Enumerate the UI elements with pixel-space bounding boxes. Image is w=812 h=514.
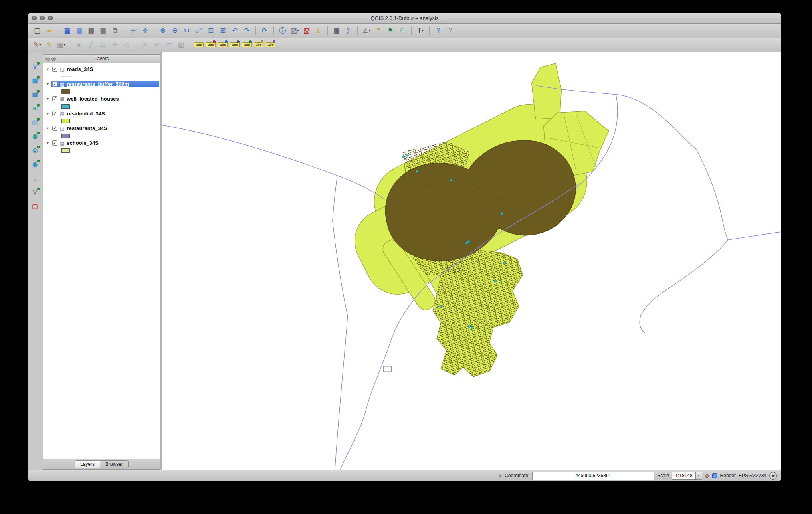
add-wcs-layer-icon[interactable]: ◎ xyxy=(30,145,40,155)
add-wfs-layer-icon[interactable]: ◉ xyxy=(30,159,40,169)
add-raster-layer-icon[interactable]: ▦ xyxy=(30,75,40,85)
map-tips-icon[interactable]: ❝ xyxy=(373,25,384,36)
crs-status-button[interactable]: ⊕ xyxy=(769,472,777,480)
deselect-features-icon[interactable]: ▧ xyxy=(301,25,312,36)
close-button[interactable] xyxy=(32,16,37,20)
stop-rendering-icon[interactable]: ⊘ xyxy=(705,473,709,479)
field-calculator-icon[interactable]: ∑ xyxy=(343,25,354,36)
layer-row-roads_34S[interactable]: ▼✓▤roads_34S xyxy=(43,65,160,73)
add-postgis-layer-icon[interactable]: ▩ xyxy=(30,89,40,99)
add-delimited-text-layer-icon[interactable]: , xyxy=(30,173,40,183)
save-project-icon[interactable]: ▣ xyxy=(61,25,73,36)
select-features-icon[interactable]: ▧▾ xyxy=(289,25,300,36)
layer-visibility-checkbox[interactable]: ✓ xyxy=(52,67,57,72)
layer-row-body[interactable]: ✓▤roads_34S xyxy=(51,66,159,73)
show-bookmarks-icon[interactable]: ⚐ xyxy=(397,25,408,36)
zoom-last-icon[interactable]: ↶ xyxy=(229,25,240,36)
save-project-as-icon[interactable]: ▣ xyxy=(73,25,85,36)
composer-manager-icon[interactable]: ⧉ xyxy=(109,25,121,36)
layer-row-body[interactable]: ✓▤residential_34S xyxy=(51,110,159,117)
label-properties-icon[interactable]: abc xyxy=(265,40,276,51)
capture-line-icon[interactable]: ╱ xyxy=(85,40,97,51)
layer-row-well_located_houses[interactable]: ▼✓▤well_located_houses xyxy=(43,95,160,103)
layer-visibility-checkbox[interactable]: ✓ xyxy=(52,96,57,101)
whats-this-icon[interactable]: ? xyxy=(445,25,456,36)
node-tool-icon[interactable]: ◇ xyxy=(121,40,133,51)
layer-expander-icon[interactable]: ▼ xyxy=(46,97,51,101)
capture-polygon-icon[interactable]: ▱ xyxy=(97,40,109,51)
delete-selected-icon[interactable]: ✕ xyxy=(139,40,151,51)
coordinate-input[interactable] xyxy=(532,472,654,480)
new-spatialite-layer-icon[interactable]: ▢ xyxy=(30,201,40,211)
toggle-editing-icon[interactable]: ✎ xyxy=(44,40,55,51)
label-move-icon[interactable]: abc xyxy=(229,40,240,51)
panel-float-icon[interactable]: ◻ xyxy=(51,57,56,61)
layer-visibility-checkbox[interactable]: ✓ xyxy=(52,81,57,87)
measure-icon[interactable]: ∡▾ xyxy=(361,25,372,36)
layer-row-body[interactable]: ✓▤restaurants_34S xyxy=(51,125,159,132)
add-spatialite-layer-icon[interactable]: ❧ xyxy=(30,103,40,113)
new-bookmark-icon[interactable]: ⚑ xyxy=(385,25,396,36)
zoom-native-icon[interactable]: 1:1 xyxy=(181,25,192,36)
text-annotation-icon[interactable]: T▾ xyxy=(415,25,426,36)
layer-row-schools_34S[interactable]: ▼✓▤schools_34S xyxy=(43,139,160,147)
zoom-button[interactable] xyxy=(48,16,53,20)
label-pin-unpin-icon[interactable]: abc xyxy=(205,40,216,51)
layer-row-body[interactable]: ✓▤restaurants_buffer_500m xyxy=(51,81,159,87)
save-as-image-icon[interactable]: ▦ xyxy=(85,25,97,36)
new-shapefile-layer-icon[interactable]: V xyxy=(30,187,40,197)
labeling-options-icon[interactable]: abc xyxy=(193,40,204,51)
layer-visibility-checkbox[interactable]: ✓ xyxy=(52,126,57,131)
minimize-button[interactable] xyxy=(40,16,45,20)
panel-tab-layers[interactable]: Layers xyxy=(75,460,100,468)
layer-visibility-checkbox[interactable]: ✓ xyxy=(52,111,57,116)
panel-close-icon[interactable]: ✕ xyxy=(45,57,50,61)
new-project-icon[interactable]: ▢ xyxy=(32,25,43,36)
zoom-next-icon[interactable]: ↷ xyxy=(241,25,252,36)
pan-map-icon[interactable]: ✛ xyxy=(127,25,139,36)
capture-point-icon[interactable]: ● xyxy=(73,40,85,51)
layer-row-residential_34S[interactable]: ▼✓▤residential_34S xyxy=(43,109,160,118)
identify-features-icon[interactable]: ⓘ xyxy=(277,25,288,36)
add-mssql-layer-icon[interactable]: ◫ xyxy=(30,117,40,127)
zoom-to-layer-icon[interactable]: ⊞ xyxy=(217,25,228,36)
layers-panel-header[interactable]: ✕ ◻ Layers xyxy=(43,55,160,63)
paste-features-icon[interactable]: ▥ xyxy=(175,40,186,51)
map-svg[interactable] xyxy=(162,52,781,470)
zoom-to-selection-icon[interactable]: ⊡ xyxy=(205,25,216,36)
extents-icon[interactable]: ⌖ xyxy=(499,472,502,479)
layer-row-body[interactable]: ✓▤well_located_houses xyxy=(51,95,159,102)
map-refresh-icon[interactable]: ⟳ xyxy=(259,25,270,36)
layer-expander-icon[interactable]: ▼ xyxy=(46,67,51,71)
label-show-hide-icon[interactable]: abc xyxy=(217,40,228,51)
current-edits-icon[interactable]: ✎▾ xyxy=(32,40,43,51)
scale-combo[interactable]: 1:18148 ▾ xyxy=(672,472,702,480)
scale-combo-arrow-icon[interactable]: ▾ xyxy=(695,472,702,479)
move-feature-icon[interactable]: ✛ xyxy=(109,40,121,51)
layer-expander-icon[interactable]: ▼ xyxy=(46,127,51,130)
label-change-icon[interactable]: abc xyxy=(253,40,264,51)
new-print-composer-icon[interactable]: ▤ xyxy=(97,25,109,36)
zoom-out-icon[interactable]: ⊖ xyxy=(169,25,180,36)
cut-features-icon[interactable]: ✂ xyxy=(151,40,162,51)
copy-features-icon[interactable]: ⧉ xyxy=(163,40,174,51)
window-titlebar[interactable]: QGIS 2.0.1-Dufour – analysis xyxy=(28,13,781,24)
label-rotate-icon[interactable]: abc xyxy=(241,40,252,51)
open-project-icon[interactable]: ▰ xyxy=(44,25,55,36)
layer-expander-icon[interactable]: ▼ xyxy=(46,82,51,86)
select-by-expression-icon[interactable]: ε xyxy=(313,25,324,36)
open-attribute-table-icon[interactable]: ▦ xyxy=(331,25,342,36)
save-layer-edits-icon[interactable]: ▣▾ xyxy=(55,40,67,51)
panel-tab-browser[interactable]: Browser xyxy=(100,460,129,468)
layer-visibility-checkbox[interactable]: ✓ xyxy=(52,140,57,146)
add-vector-layer-icon[interactable]: V xyxy=(30,61,40,71)
map-canvas[interactable] xyxy=(162,52,781,470)
layer-expander-icon[interactable]: ▼ xyxy=(46,112,51,116)
zoom-in-icon[interactable]: ⊕ xyxy=(157,25,168,36)
layer-expander-icon[interactable]: ▼ xyxy=(46,141,51,145)
add-wms-layer-icon[interactable]: ◍ xyxy=(30,131,40,141)
zoom-full-icon[interactable]: ⤢ xyxy=(193,25,204,36)
layer-row-body[interactable]: ✓▤schools_34S xyxy=(51,140,159,146)
render-checkbox[interactable]: ✓ xyxy=(712,473,717,478)
help-contents-icon[interactable]: ? xyxy=(433,25,444,36)
